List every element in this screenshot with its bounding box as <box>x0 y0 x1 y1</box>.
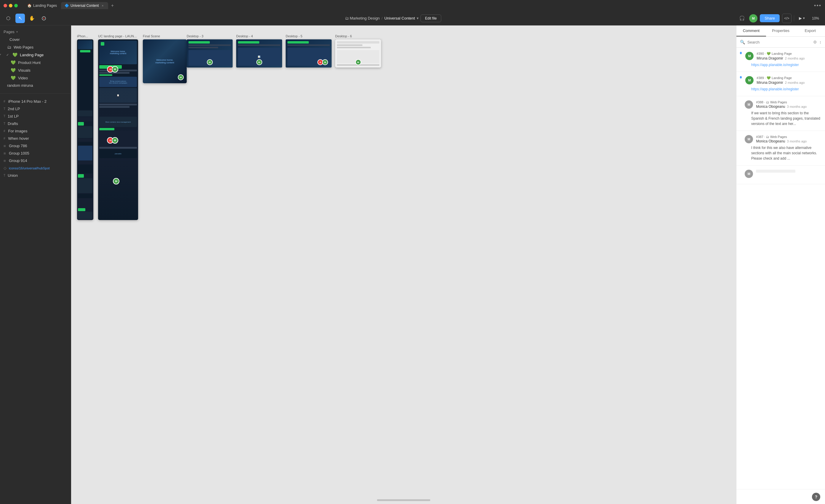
tab-landing-pages[interactable]: 🏠 Landing Pages <box>24 2 61 9</box>
comment-390: M #390 · 💚 Landing Page Miruna Dragomir … <box>736 48 825 72</box>
svg-point-1 <box>43 18 45 19</box>
desktop-4-label: Desktop - 4 <box>236 34 282 38</box>
sidebar-item-drafts[interactable]: T Drafts <box>0 120 71 127</box>
comment-390-header: M #390 · 💚 Landing Page Miruna Dragomir … <box>740 52 821 61</box>
sidebar-item-group-786[interactable]: ⊞ Group 786 <box>0 142 71 150</box>
comment-386: M <box>736 166 825 184</box>
comment-390-link[interactable]: https://app.planable.io/register <box>751 63 799 67</box>
sidebar-item-for-images[interactable]: # For images <box>0 127 71 135</box>
minimize-button[interactable] <box>9 4 12 7</box>
breadcrumb-project[interactable]: 🗂 Marketing Design <box>345 16 380 20</box>
desktop-5-group: Desktop - 5 A M <box>286 34 331 68</box>
uc-landing-frame-group: UC landing page - LAUN... Welcome home,m… <box>98 34 138 220</box>
help-button[interactable]: ? <box>812 493 820 501</box>
tab-export[interactable]: Export <box>795 25 825 36</box>
tab-universal-label: Universal Content <box>71 4 99 8</box>
canvas-area[interactable]: iPhon... <box>71 25 736 504</box>
group-786-label: Group 786 <box>9 144 27 148</box>
fullscreen-button[interactable] <box>14 4 18 7</box>
desktop-3-label: Desktop - 3 <box>187 34 233 38</box>
sidebar-item-when-hover[interactable]: # When hover <box>0 135 71 142</box>
comment-387-text: I think for this we also have alternativ… <box>740 145 821 161</box>
headphones-button[interactable]: 🎧 <box>737 14 747 23</box>
tools-menu-button[interactable]: ⬡ <box>4 14 13 23</box>
sidebar-item-landing-page[interactable]: ✓ 💚 Landing Page <box>0 51 71 59</box>
comment-388-meta: #388 · 🗂 Web Pages Monica Obogeanu 3 mon… <box>756 100 821 109</box>
sidebar-item-iphone[interactable]: # iPhone 14 Pro Max - 2 <box>0 98 71 105</box>
comment-387: M #387 · 🗂 Web Pages Monica Obogeanu 3 m… <box>736 131 825 166</box>
zoom-control[interactable]: 10% <box>810 15 821 22</box>
breadcrumb: 🗂 Marketing Design / Universal Content ▾ <box>345 16 419 20</box>
sidebar-item-iconss[interactable]: ◇ iconss/16/universal/hubSpot <box>0 164 71 172</box>
traffic-lights <box>4 4 18 7</box>
panel-search-bar: 🔍 ⚙ ↕ <box>736 37 825 48</box>
panel-footer: ? <box>736 489 825 504</box>
when-hover-label: When hover <box>8 136 29 141</box>
union-label: Union <box>8 173 18 178</box>
panel-footer-bar: ? <box>736 489 825 504</box>
web-pages-label: Web Pages <box>14 45 33 50</box>
pages-section: Pages ▾ Cover 🗂 Web Pages ✓ 💚 Landing Pa… <box>0 25 71 91</box>
desktop-6-thumb: M <box>335 39 381 68</box>
group-786-icon: ⊞ <box>4 145 6 148</box>
tabs-bar: 🏠 Landing Pages 🔷 Universal Content × + <box>24 2 812 9</box>
visuals-label: Visuals <box>18 68 30 73</box>
new-tab-button[interactable]: + <box>109 2 116 9</box>
final-scene-frame-label: Final Scene <box>143 34 187 38</box>
tab-comment[interactable]: Comment <box>736 25 766 36</box>
group-1005-label: Group 1005 <box>9 151 29 156</box>
pages-header[interactable]: Pages ▾ <box>0 28 71 36</box>
drafts-icon: T <box>4 122 5 125</box>
sidebar-item-cover[interactable]: Cover <box>0 36 71 43</box>
sidebar-item-group-914[interactable]: ⊞ Group 914 <box>0 157 71 164</box>
visuals-icon: 💚 <box>11 68 16 73</box>
sidebar-item-1st-lp[interactable]: T 1st LP <box>0 112 71 120</box>
sidebar-item-product-hunt[interactable]: 💚 Product Hunt <box>0 59 71 66</box>
sort-icon[interactable]: ↕ <box>819 40 821 45</box>
close-button[interactable] <box>4 4 7 7</box>
comment-389-text: https://app.planable.io/register <box>740 86 821 92</box>
sidebar-item-union[interactable]: T Union <box>0 172 71 179</box>
canvas-scrollbar[interactable] <box>377 499 430 501</box>
sidebar-item-web-pages[interactable]: 🗂 Web Pages <box>0 43 71 51</box>
comment-387-meta: #387 · 🗂 Web Pages Monica Obogeanu 3 mon… <box>756 135 821 143</box>
comment-387-avatar: M <box>745 135 753 143</box>
drafts-label: Drafts <box>8 121 18 126</box>
comment-388-header: M #388 · 🗂 Web Pages Monica Obogeanu 3 m… <box>740 100 821 109</box>
search-input[interactable] <box>747 40 811 45</box>
hand-tool-button[interactable]: ✋ <box>27 14 37 23</box>
share-button[interactable]: Share <box>760 14 780 22</box>
main-layout: Pages ▾ Cover 🗂 Web Pages ✓ 💚 Landing Pa… <box>0 25 825 504</box>
desktop-4-group: Desktop - 4 📊 M <box>236 34 282 68</box>
window-menu-icon[interactable]: ••• <box>814 3 821 9</box>
breadcrumb-dropdown-icon[interactable]: ▾ <box>417 16 419 20</box>
sidebar-item-video[interactable]: 💚 Video <box>0 74 71 82</box>
uc-landing-frame-thumb: Welcome home,marketing content A M Bring… <box>98 39 138 220</box>
edit-file-button[interactable]: Edit file <box>421 14 441 22</box>
comment-tool-button[interactable] <box>39 14 49 23</box>
sidebar-item-group-1005[interactable]: ⊞ Group 1005 <box>0 150 71 157</box>
desktop-6-label: Desktop - 6 <box>335 34 381 38</box>
comment-390-time: 2 months ago <box>785 57 805 60</box>
tab-close-icon[interactable]: × <box>100 4 104 8</box>
comment-389-badge: #389 · 💚 Landing Page <box>757 76 821 80</box>
iconss-label: iconss/16/universal/hubSpot <box>9 166 50 170</box>
comment-387-header: M #387 · 🗂 Web Pages Monica Obogeanu 3 m… <box>740 135 821 143</box>
sidebar-item-visuals[interactable]: 💚 Visuals <box>0 66 71 74</box>
desktop-3-thumb: M <box>187 39 233 68</box>
sidebar-item-random-miruna[interactable]: random miruna <box>0 82 71 89</box>
tab-properties[interactable]: Properties <box>766 25 796 36</box>
sidebar-item-2nd-lp[interactable]: T 2nd LP <box>0 105 71 112</box>
final-scene-thumb: Welcome home,marketing content M <box>143 39 187 83</box>
filter-icon[interactable]: ⚙ <box>813 40 817 45</box>
comment-386-header: M <box>740 170 821 178</box>
comment-389-link[interactable]: https://app.planable.io/register <box>751 87 799 91</box>
user-avatar[interactable]: M <box>749 14 757 22</box>
tab-universal-content[interactable]: 🔷 Universal Content × <box>61 2 108 9</box>
select-tool-button[interactable]: ↖ <box>15 14 25 23</box>
comment-389-avatar: M <box>745 76 754 84</box>
play-button[interactable]: ▶ ▾ <box>797 15 807 22</box>
iconss-icon: ◇ <box>4 166 6 170</box>
titlebar: 🏠 Landing Pages 🔷 Universal Content × + … <box>0 0 825 11</box>
code-button[interactable]: </> <box>782 14 792 23</box>
